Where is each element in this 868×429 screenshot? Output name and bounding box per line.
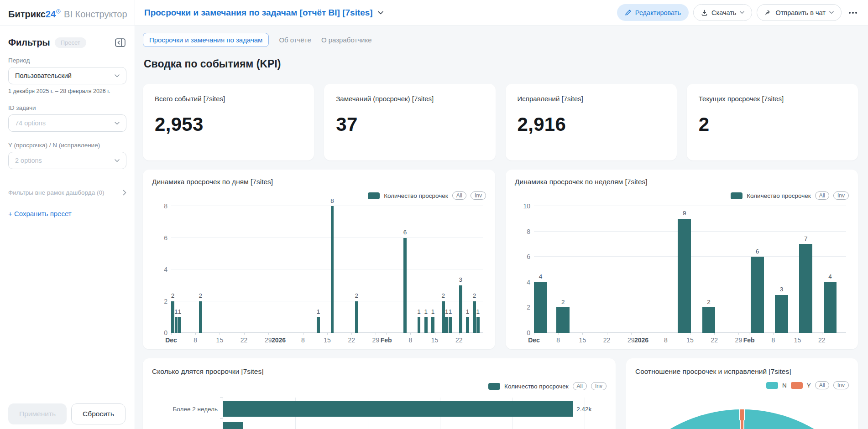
x-axis-label: 15 [431,337,439,343]
task-id-select-placeholder: 74 options [15,119,46,127]
legend-all-button[interactable]: All [452,191,466,200]
pie-chart[interactable] [626,409,858,429]
bar[interactable] [678,219,691,333]
bar[interactable] [431,317,434,333]
bar[interactable] [449,317,452,333]
legend-swatch[interactable] [766,382,778,389]
legend-inv-button[interactable]: Inv [833,191,849,200]
legend-series-label: N [782,382,787,389]
legend-all-button[interactable]: All [573,382,587,390]
legend-all-button[interactable]: All [815,191,829,200]
legend-inv-button[interactable]: Inv [833,381,849,389]
legend-swatch[interactable] [368,192,380,199]
legend-inv-button[interactable]: Inv [471,191,486,200]
x-axis-tick [534,333,534,335]
x-axis-label: 22 [711,337,718,343]
legend-series-label: Y [807,382,811,389]
more-options-button[interactable] [846,7,860,18]
bar[interactable] [476,317,480,333]
legend-swatch[interactable] [488,383,500,390]
bar[interactable] [175,317,178,333]
period-select[interactable]: Пользовательский [8,67,126,84]
bar[interactable] [199,301,202,333]
legend-inv-button[interactable]: Inv [591,382,607,390]
bar[interactable] [445,317,448,333]
bar[interactable] [473,301,476,333]
x-axis-label: 22 [603,337,611,343]
x-axis-label: 8 [301,337,305,343]
x-axis-label: 22 [348,337,355,343]
x-axis-tick [303,333,303,335]
bar[interactable] [459,285,462,333]
bar[interactable] [702,307,716,333]
bar-value-label: 1 [424,309,428,315]
x-axis-tick [195,333,196,335]
bar[interactable] [799,244,812,333]
bar-value-label: 9 [683,210,686,217]
x-axis-tick [822,333,822,335]
download-button[interactable]: Скачать [693,4,752,21]
tab-overdues-and-remarks[interactable]: Просрочки и замечания по задачам [143,33,269,47]
x-axis-tick [410,333,411,335]
collapse-sidebar-button[interactable] [114,37,126,48]
bar[interactable] [317,317,320,333]
legend-swatch[interactable] [791,382,803,389]
x-axis-tick [244,333,245,335]
y-gridline [171,269,483,269]
bar[interactable] [775,295,788,333]
x-axis-label: 8 [193,337,197,343]
x-axis-tick [351,333,352,335]
bar-value-label: 1 [449,309,452,315]
period-range-hint: 1 декабря 2025 г. – 28 февраля 2026 г. [8,88,126,94]
chevron-down-icon [829,11,834,14]
clock-icon [56,5,61,16]
bar-value-label: 2 [561,299,565,305]
bar-value-label: 1 [476,309,480,315]
bar[interactable] [418,317,421,333]
chart-legend: Количество просрочекAllInv [731,191,849,201]
kpi-label: Текущих просрочек [7sites] [699,95,846,103]
report-title-dropdown[interactable]: Просрочки и замечания по задачам [отчёт … [144,8,383,18]
legend-all-button[interactable]: All [815,381,829,389]
yn-flag-select[interactable]: 2 options [8,152,126,169]
bar[interactable] [403,238,407,333]
edit-button[interactable]: Редактировать [617,4,689,21]
apply-button[interactable]: Применить [8,403,67,424]
bar[interactable] [331,206,334,333]
bar[interactable] [171,301,174,333]
bar-value-label: 2 [707,299,711,305]
bar[interactable] [824,282,837,333]
bottom-charts-row: Сколько длятся просрочки [7sites] Количе… [143,358,858,429]
save-preset-link[interactable]: + Сохранить пресет [8,210,72,217]
chart-overdue-fix-ratio: Соотношение просрочек и исправлений [7si… [626,358,858,429]
filters-sidebar: Фильтры Пресет Период Пользовательский 1… [0,26,135,429]
bar[interactable] [442,301,445,333]
bar[interactable] [424,317,428,333]
x-axis-label: 29 [265,337,272,343]
reset-button[interactable]: Сбросить [71,403,125,424]
bar[interactable] [223,401,573,417]
bar[interactable] [178,317,181,333]
bar-value-label: 1 [445,309,449,315]
chevron-down-icon [740,11,744,14]
bar[interactable] [556,307,570,333]
x-axis-tick [714,333,715,335]
bar[interactable] [751,257,764,333]
outer-filters-link[interactable]: Фильтры вне рамок дашборда (0) [8,189,126,196]
preset-badge: Пресет [55,37,86,48]
bar[interactable] [355,301,358,333]
x-axis-tick [376,333,376,335]
legend-swatch[interactable] [731,192,743,199]
chart-title: Динамика просрочек по неделям [7sites] [515,178,648,186]
legend-series-label: Количество просрочек [504,383,569,390]
task-id-select[interactable]: 74 options [8,114,126,132]
tab-about-report[interactable]: Об отчёте [279,33,311,47]
x-axis-label: 15 [794,337,801,343]
bar[interactable] [223,422,243,429]
bar[interactable] [534,282,547,333]
send-to-chat-button[interactable]: Отправить в чат [757,4,842,21]
x-axis-label: 2026 [634,337,648,343]
bar-value-label: 1 [174,309,178,315]
tab-about-developer[interactable]: О разработчике [321,33,372,47]
bar[interactable] [466,317,469,333]
